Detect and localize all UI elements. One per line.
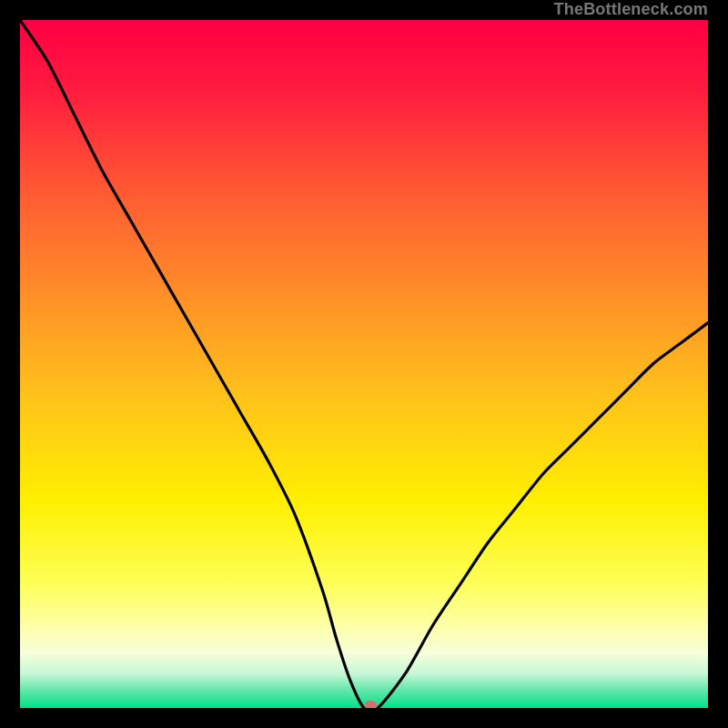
plot-area xyxy=(20,20,708,708)
optimal-marker xyxy=(365,701,378,708)
bottleneck-curve xyxy=(20,20,708,708)
watermark-text: TheBottleneck.com xyxy=(554,0,708,19)
chart-frame: TheBottleneck.com xyxy=(0,0,728,728)
